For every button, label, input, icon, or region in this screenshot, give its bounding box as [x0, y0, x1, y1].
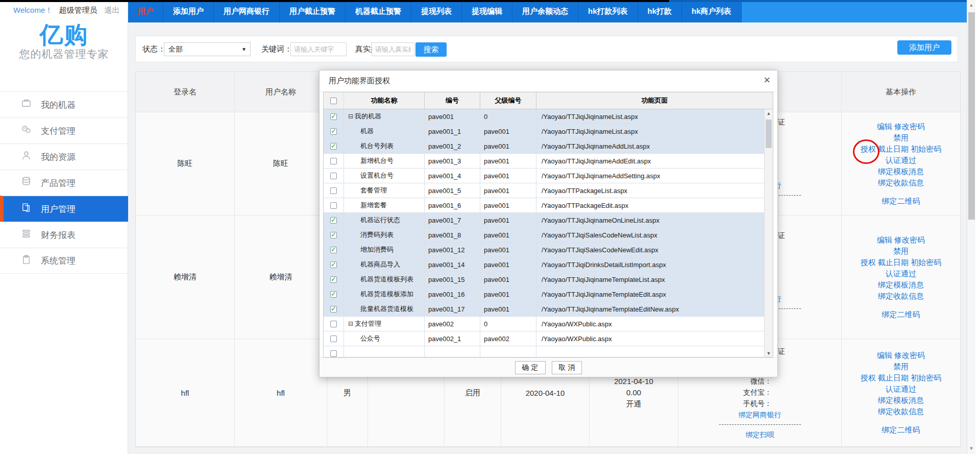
permission-row: 机器货道模板列表pave001_15pave001/Yaoyao/TTJiqiJ… [324, 272, 764, 287]
action-link[interactable]: 绑定模板消息 [878, 395, 924, 406]
permission-checkbox[interactable] [330, 261, 337, 268]
permission-parent-code: 0 [480, 317, 536, 331]
permission-checkbox[interactable] [330, 173, 337, 179]
permission-name: 机器运行状态 [344, 216, 400, 225]
nav-tab-5[interactable]: 机器截止预警 [346, 0, 411, 22]
permission-checkbox[interactable] [330, 336, 337, 342]
action-link[interactable]: 编辑 修改密码 [877, 234, 925, 246]
keyword-input[interactable] [290, 42, 347, 56]
permission-checkbox[interactable] [330, 187, 337, 194]
dashed-divider [719, 424, 801, 425]
permission-name: 批量机器货道模板 [344, 304, 413, 314]
action-link[interactable]: 绑定二维码 [882, 196, 920, 207]
realname-input[interactable] [372, 42, 414, 56]
scroll-up-icon[interactable]: ▲ [967, 2, 975, 9]
permission-checkbox[interactable] [330, 232, 337, 238]
nav-tab-3[interactable]: 用户网商银行 [214, 0, 280, 22]
close-icon[interactable]: × [764, 75, 770, 86]
action-link[interactable]: 授权 截止日期 初始密码 [861, 257, 941, 268]
action-link[interactable]: 认证通过 [886, 268, 916, 279]
action-link[interactable]: 绑定模板消息 [878, 166, 924, 177]
sidebar-item-1[interactable]: 我的机器 [0, 91, 128, 117]
action-link[interactable]: 绑定二维码 [882, 424, 920, 436]
sidebar-item-5[interactable]: 用户管理 [0, 196, 128, 222]
permission-checkbox[interactable] [330, 276, 337, 283]
action-link[interactable]: 绑定二维码 [882, 309, 920, 320]
search-button[interactable]: 搜索 [415, 42, 447, 57]
permission-checkbox[interactable] [330, 143, 337, 150]
bind-saobei-link[interactable]: 绑定扫呗 [678, 429, 841, 440]
logout-link[interactable]: 退出 [105, 6, 120, 14]
checkbox-cell [324, 169, 344, 183]
tree-collapse-icon[interactable]: ⊟ [348, 113, 353, 120]
permission-checkbox[interactable] [330, 128, 337, 135]
nav-tab-11[interactable]: hk商户列表 [682, 0, 742, 22]
action-link[interactable]: 绑定收款信息 [878, 291, 924, 302]
scroll-down-icon[interactable]: ▼ [765, 349, 773, 357]
checkbox-cell [324, 109, 344, 124]
nav-tab-8[interactable]: 用户余额动态 [512, 0, 578, 22]
nav-tab-2[interactable]: 添加用户 [163, 0, 214, 22]
page-scrollbar[interactable]: ▲ ▼ [967, 0, 975, 454]
permission-row: 机器pave001_1pave001/Yaoyao/TTJiqiJiqiname… [324, 124, 764, 139]
nav-tab-6[interactable]: 提现列表 [411, 0, 462, 22]
action-link[interactable]: 禁用 [893, 361, 909, 372]
action-link[interactable]: 绑定模板消息 [878, 279, 924, 291]
nav-tab-9[interactable]: hk打款列表 [578, 0, 638, 22]
permission-checkbox[interactable] [330, 158, 337, 164]
action-link[interactable]: 编辑 修改密码 [877, 350, 925, 361]
permission-table-header: 功能名称 编号 父级编号 功能页面 [323, 92, 773, 109]
action-link[interactable]: 认证通过 [886, 155, 916, 166]
scroll-down-icon[interactable]: ▼ [967, 445, 975, 452]
sidebar-item-4[interactable]: 产品管理 [0, 170, 128, 196]
action-link[interactable]: 绑定收款信息 [878, 177, 924, 188]
permission-checkbox[interactable] [330, 350, 337, 357]
permission-name-cell: 公众号 [344, 331, 425, 346]
permission-checkbox[interactable] [330, 202, 337, 209]
cell-login: 赖增清 [136, 216, 235, 339]
add-user-button[interactable]: 添加用户 [897, 40, 951, 55]
action-link[interactable]: 禁用 [893, 246, 909, 257]
action-link[interactable]: 认证通过 [886, 384, 916, 395]
sidebar-item-7[interactable]: 系统管理 [0, 248, 128, 274]
nav-tab-1[interactable]: 用户 [128, 0, 163, 22]
modal-scrollbar[interactable]: ▲ ▼ [764, 109, 773, 357]
permission-name-cell [344, 346, 425, 357]
select-all-checkbox[interactable] [330, 98, 337, 104]
permission-name-cell: 机器运行状态 [344, 213, 425, 227]
scrollbar-thumb[interactable] [766, 120, 772, 148]
permission-checkbox[interactable] [330, 321, 337, 327]
action-link[interactable]: 编辑 修改密码 [877, 121, 925, 132]
nav-tab-4[interactable]: 用户截止预警 [280, 0, 346, 22]
permission-checkbox[interactable] [330, 113, 337, 120]
action-link[interactable]: 绑定收款信息 [878, 406, 924, 417]
checkbox-cell [324, 331, 344, 346]
top-border-strip-right [669, 0, 967, 2]
permission-checkbox[interactable] [330, 217, 337, 224]
ok-button[interactable]: 确 定 [515, 361, 546, 374]
tree-collapse-icon[interactable]: ⊟ [348, 320, 353, 327]
permission-page: /Yaoyao/TTJiqiJiqinameTemplateList.aspx [536, 272, 764, 286]
status-select[interactable]: 全部 ▼ [164, 42, 251, 56]
action-link[interactable]: 授权 截止日期 初始密码 [861, 372, 941, 384]
checkbox-cell [324, 346, 344, 357]
nav-tab-10[interactable]: hk打款 [638, 0, 682, 22]
scrollbar-thumb[interactable] [968, 12, 975, 220]
permission-checkbox[interactable] [330, 291, 337, 298]
permission-checkbox[interactable] [330, 306, 337, 313]
permission-code: pave001_17 [425, 302, 480, 316]
permission-parent-code: pave001 [480, 287, 536, 301]
nav-tab-7[interactable]: 提现编辑 [462, 0, 512, 22]
sidebar-item-2[interactable]: 支付管理 [0, 117, 128, 144]
permission-row: 公众号pave002_1pave002/Yaoyao/WXPublic.aspx [324, 331, 764, 346]
sidebar-item-6[interactable]: 财务报表 [0, 222, 128, 248]
permission-row: 消费码列表pave001_8pave001/Yaoyao/TTJiqiSales… [324, 228, 764, 243]
permission-name: 新增套餐 [344, 201, 387, 210]
permission-code: pave001_16 [425, 287, 480, 301]
cancel-button[interactable]: 取 消 [552, 361, 582, 374]
bind-bank-link[interactable]: 绑定网商银行 [678, 409, 841, 420]
action-link[interactable]: 禁用 [893, 132, 909, 144]
permission-checkbox[interactable] [330, 247, 337, 253]
scroll-up-icon[interactable]: ▲ [765, 109, 773, 117]
sidebar-item-3[interactable]: 我的资源 [0, 144, 128, 170]
